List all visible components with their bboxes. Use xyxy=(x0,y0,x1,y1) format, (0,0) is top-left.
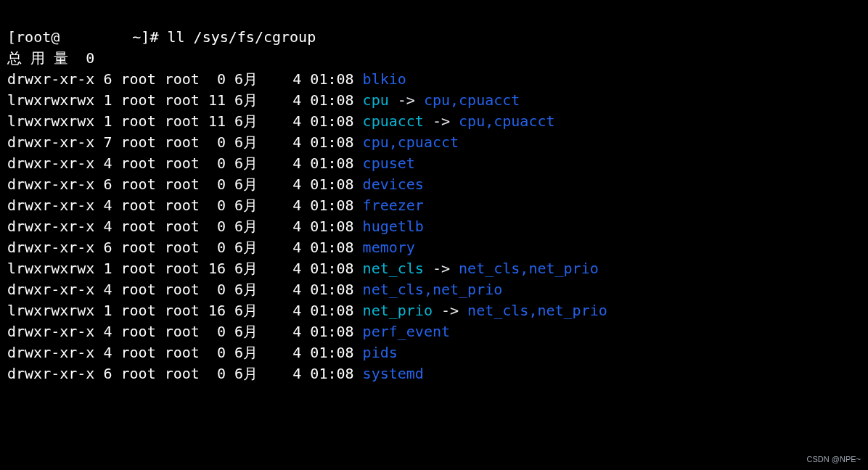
symlink-arrow: -> xyxy=(389,91,424,109)
entry-meta: lrwxrwxrwx 1 root root 11 6月 4 01:08 xyxy=(7,112,363,130)
entry-meta: lrwxrwxrwx 1 root root 11 6月 4 01:08 xyxy=(7,91,363,109)
entry-meta: drwxr-xr-x 4 root root 0 6月 4 01:08 xyxy=(7,344,363,361)
entry-meta: drwxr-xr-x 6 root root 0 6月 4 01:08 xyxy=(7,176,363,193)
listing-row: drwxr-xr-x 6 root root 0 6月 4 01:08 blki… xyxy=(7,69,861,90)
entry-name: net_prio xyxy=(363,302,433,319)
entry-meta: drwxr-xr-x 4 root root 0 6月 4 01:08 xyxy=(7,197,363,214)
listing-row: drwxr-xr-x 7 root root 0 6月 4 01:08 cpu,… xyxy=(7,132,861,153)
prompt-suffix: ]# xyxy=(141,28,158,46)
total-line: 总 用 量 0 xyxy=(7,49,94,67)
entry-name: perf_event xyxy=(363,323,450,340)
listing-row: drwxr-xr-x 4 root root 0 6月 4 01:08 perf… xyxy=(7,321,861,342)
entry-name: memory xyxy=(363,239,415,256)
listing-row: drwxr-xr-x 4 root root 0 6月 4 01:08 huge… xyxy=(7,216,861,237)
listing-row: drwxr-xr-x 4 root root 0 6月 4 01:08 net_… xyxy=(7,279,861,300)
entry-name: hugetlb xyxy=(363,218,424,235)
prompt-path: ~ xyxy=(132,28,141,46)
entry-meta: drwxr-xr-x 7 root root 0 6月 4 01:08 xyxy=(7,133,363,151)
prompt-line: [root@ ~]# ll /sys/fs/cgroup xyxy=(7,28,316,46)
entry-name: blkio xyxy=(363,70,406,88)
command-text: ll /sys/fs/cgroup xyxy=(168,28,316,46)
entry-meta: drwxr-xr-x 4 root root 0 6月 4 01:08 xyxy=(7,323,363,340)
entry-name: net_cls xyxy=(363,260,424,277)
prompt-host-redacted xyxy=(60,29,123,45)
file-listing: drwxr-xr-x 6 root root 0 6月 4 01:08 blki… xyxy=(7,69,861,384)
entry-name: freezer xyxy=(363,197,424,214)
entry-name: systemd xyxy=(363,365,424,382)
symlink-arrow: -> xyxy=(424,112,459,130)
listing-row: drwxr-xr-x 6 root root 0 6月 4 01:08 syst… xyxy=(7,363,861,384)
entry-name: cpu,cpuacct xyxy=(363,133,459,151)
entry-meta: drwxr-xr-x 4 root root 0 6月 4 01:08 xyxy=(7,281,363,298)
entry-meta: lrwxrwxrwx 1 root root 16 6月 4 01:08 xyxy=(7,302,363,319)
symlink-arrow: -> xyxy=(424,260,459,277)
entry-meta: lrwxrwxrwx 1 root root 16 6月 4 01:08 xyxy=(7,260,363,277)
entry-name: cpuacct xyxy=(363,112,424,130)
listing-row: drwxr-xr-x 6 root root 0 6月 4 01:08 memo… xyxy=(7,237,861,258)
listing-row: lrwxrwxrwx 1 root root 11 6月 4 01:08 cpu… xyxy=(7,90,861,111)
listing-row: lrwxrwxrwx 1 root root 11 6月 4 01:08 cpu… xyxy=(7,111,861,132)
entry-name: cpuset xyxy=(363,154,415,172)
listing-row: drwxr-xr-x 4 root root 0 6月 4 01:08 free… xyxy=(7,195,861,216)
entry-meta: drwxr-xr-x 6 root root 0 6月 4 01:08 xyxy=(7,239,363,256)
entry-name: net_cls,net_prio xyxy=(363,281,503,298)
symlink-arrow: -> xyxy=(433,302,467,319)
entry-meta: drwxr-xr-x 4 root root 0 6月 4 01:08 xyxy=(7,154,363,172)
entry-target: cpu,cpuacct xyxy=(424,91,520,109)
listing-row: drwxr-xr-x 4 root root 0 6月 4 01:08 cpus… xyxy=(7,153,861,174)
listing-row: drwxr-xr-x 6 root root 0 6月 4 01:08 devi… xyxy=(7,174,861,195)
prompt-user: root xyxy=(16,28,51,46)
entry-meta: drwxr-xr-x 4 root root 0 6月 4 01:08 xyxy=(7,218,363,235)
entry-name: devices xyxy=(363,176,424,193)
entry-meta: drwxr-xr-x 6 root root 0 6月 4 01:08 xyxy=(7,365,363,382)
prompt-at: @ xyxy=(51,28,60,46)
watermark-text: CSDN @NPE~ xyxy=(807,454,861,466)
listing-row: lrwxrwxrwx 1 root root 16 6月 4 01:08 net… xyxy=(7,300,861,321)
entry-target: net_cls,net_prio xyxy=(459,260,599,277)
entry-target: cpu,cpuacct xyxy=(459,112,554,130)
entry-meta: drwxr-xr-x 6 root root 0 6月 4 01:08 xyxy=(7,70,363,88)
listing-row: drwxr-xr-x 4 root root 0 6月 4 01:08 pids xyxy=(7,342,861,363)
entry-target: net_cls,net_prio xyxy=(467,302,607,319)
entry-name: cpu xyxy=(363,91,389,109)
terminal-output[interactable]: [root@ ~]# ll /sys/fs/cgroup 总 用 量 0 drw… xyxy=(0,0,868,384)
entry-name: pids xyxy=(363,344,398,361)
listing-row: lrwxrwxrwx 1 root root 16 6月 4 01:08 net… xyxy=(7,258,861,279)
